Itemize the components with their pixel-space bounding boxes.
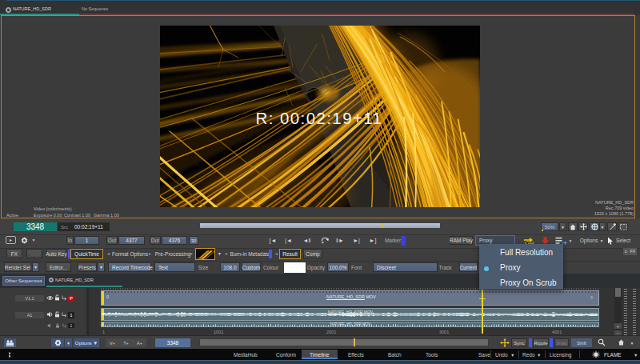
svg-text:R: 00:02:19+11: R: 00:02:19+11 <box>256 109 383 127</box>
